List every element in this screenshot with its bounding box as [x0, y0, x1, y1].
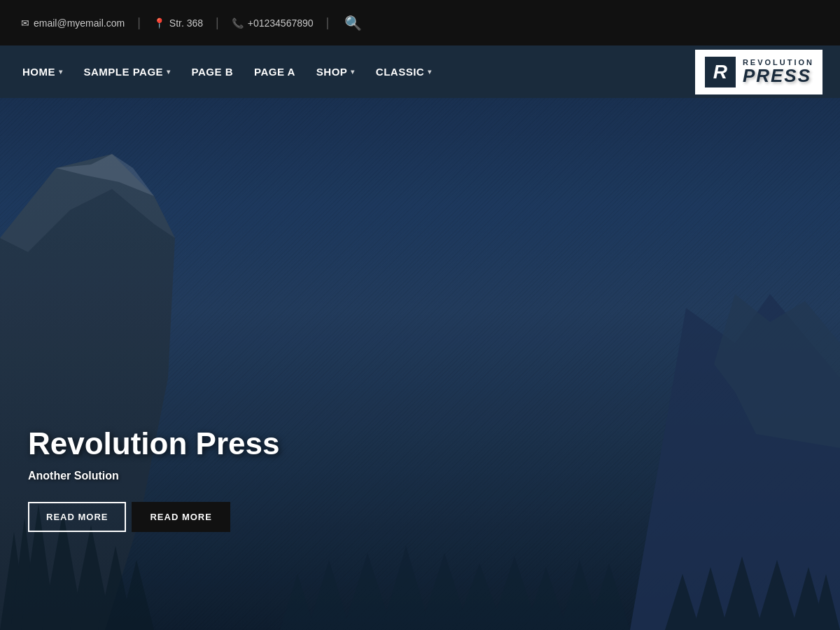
search-button[interactable]: 🔍	[344, 15, 362, 31]
nav-item-page-a[interactable]: PAGE A	[246, 60, 304, 83]
read-more-button-1[interactable]: READ MORE	[28, 502, 126, 532]
logo-icon: R	[704, 55, 737, 89]
nav-item-shop[interactable]: SHOP ▾	[308, 60, 363, 83]
logo[interactable]: R REVOLUTION PRESS	[695, 50, 822, 94]
hero-subtitle: Another Solution	[28, 470, 279, 482]
hero-buttons: READ MORE READ MORE	[28, 502, 279, 532]
location-icon: 📍	[153, 18, 165, 29]
email-icon: ✉	[21, 18, 29, 29]
nav-item-sample-page[interactable]: SAMPLE PAGE ▾	[76, 60, 179, 83]
email-text: email@myemail.com	[34, 18, 125, 29]
logo-text: REVOLUTION PRESS	[743, 59, 814, 85]
hero-content: Revolution Press Another Solution READ M…	[28, 426, 279, 532]
email-item: ✉ email@myemail.com	[21, 18, 125, 29]
hero-landscape-svg	[0, 98, 840, 630]
nav-item-page-b[interactable]: PAGE B	[183, 60, 241, 83]
divider-3: |	[326, 15, 330, 30]
phone-icon: 📞	[232, 18, 244, 29]
nav-item-home[interactable]: HOME ▾	[14, 60, 71, 83]
chevron-down-icon: ▾	[351, 68, 355, 76]
address-text: Str. 368	[169, 18, 203, 29]
divider-2: |	[216, 15, 219, 30]
nav-bar: HOME ▾ SAMPLE PAGE ▾ PAGE B PAGE A SHOP …	[0, 46, 840, 98]
divider-1: |	[137, 15, 141, 30]
hero-title: Revolution Press	[28, 426, 279, 461]
address-item: 📍 Str. 368	[153, 18, 203, 29]
top-bar: ✉ email@myemail.com | 📍 Str. 368 | 📞 +01…	[0, 0, 840, 46]
read-more-button-2[interactable]: READ MORE	[132, 502, 230, 532]
chevron-down-icon: ▾	[59, 68, 63, 76]
nav-links: HOME ▾ SAMPLE PAGE ▾ PAGE B PAGE A SHOP …	[14, 60, 440, 83]
hero-section: Revolution Press Another Solution READ M…	[0, 98, 840, 630]
phone-item: 📞 +01234567890	[232, 18, 314, 29]
chevron-down-icon: ▾	[428, 68, 432, 76]
svg-rect-28	[0, 98, 840, 630]
phone-text: +01234567890	[248, 18, 314, 29]
chevron-down-icon: ▾	[167, 68, 171, 76]
nav-item-classic[interactable]: CLASSIC ▾	[368, 60, 440, 83]
